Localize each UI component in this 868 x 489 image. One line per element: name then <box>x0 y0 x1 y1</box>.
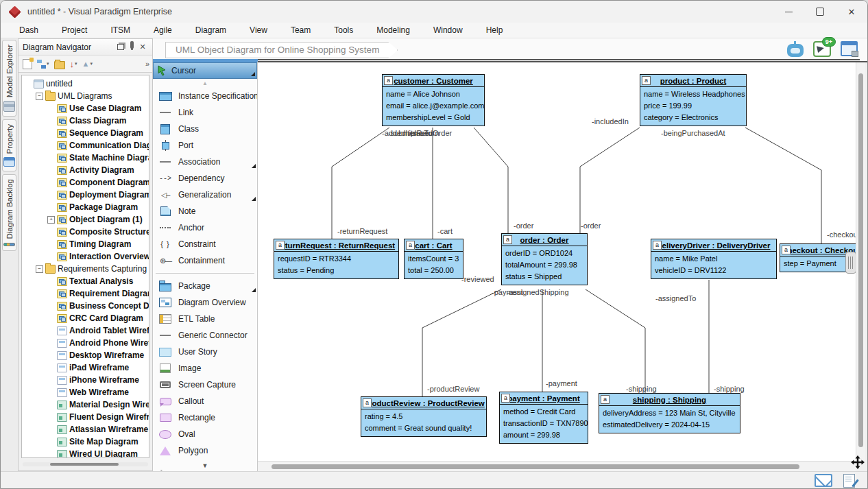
palette-item-etl-table[interactable]: ETL Table <box>153 311 257 327</box>
tree-item-atlassian-wireframe[interactable]: Atlassian Wireframe <box>22 423 149 436</box>
model-structure-button[interactable]: ▾ <box>36 58 51 71</box>
palette-item-screen-capture[interactable]: Screen Capture <box>153 377 257 393</box>
tree-item-composite-structure-diagram[interactable]: Composite Structure Diagram <box>22 226 149 238</box>
open-specification-button[interactable] <box>53 58 67 71</box>
palette-item-cursor[interactable]: Cursor <box>153 62 257 79</box>
palette-scroll-up-icon[interactable]: ▲ <box>153 79 257 88</box>
palette-scroll-down-icon[interactable]: ▼ <box>153 462 257 470</box>
tree-item-class-diagram[interactable]: Class Diagram <box>22 115 149 127</box>
tree-item-component-diagram[interactable]: Component Diagram <box>22 176 149 189</box>
menu-dash[interactable]: Dash <box>8 23 50 37</box>
tree-item-fluent-design-wireframe[interactable]: Fluent Design Wireframe <box>22 411 149 423</box>
expander-plus-icon[interactable]: + <box>47 216 55 224</box>
tree-item-android-phone-wireframe[interactable]: Android Phone Wireframe <box>22 337 149 349</box>
new-diagram-button[interactable] <box>21 58 34 71</box>
tree-item-communication-diagram[interactable]: Communication Diagram <box>22 139 149 152</box>
tree-item-business-concept-diagram[interactable]: Business Concept Diagram <box>22 300 149 312</box>
edit-note-icon[interactable] <box>843 474 855 488</box>
menu-modeling[interactable]: Modeling <box>365 23 422 37</box>
tree-item-interaction-overview-diagram[interactable]: Interaction Overview Diagram <box>22 250 149 263</box>
minimize-button[interactable] <box>773 1 804 23</box>
tree-item-use-case-diagram[interactable]: Use Case Diagram <box>22 102 149 115</box>
pan-tool-icon[interactable] <box>849 455 866 471</box>
tree-item-untitled[interactable]: untitled <box>22 77 149 90</box>
side-tab-diagram-backlog[interactable]: Diagram Backlog <box>2 174 16 251</box>
link-edge[interactable] <box>332 128 389 239</box>
tree-item-object-diagram-1[interactable]: +Object Diagram (1) <box>22 213 149 226</box>
close-panel-icon[interactable]: ✕ <box>137 42 148 53</box>
palette-item-link[interactable]: Link <box>153 104 257 121</box>
tree-item-uml-diagrams[interactable]: −UML Diagrams <box>22 90 149 102</box>
scrollbar-thumb[interactable] <box>858 73 863 447</box>
menu-team[interactable]: Team <box>279 23 322 37</box>
object-returnrequest-returnrequest[interactable]: areturnRequest : ReturnRequestrequestID … <box>274 239 399 279</box>
canvas-horizontal-scrollbar[interactable] <box>258 461 856 471</box>
scrollbar-thumb[interactable] <box>272 464 799 469</box>
menu-diagram[interactable]: Diagram <box>184 23 238 37</box>
tree-item-activity-diagram[interactable]: Activity Diagram <box>22 164 149 176</box>
palette-item-polygon[interactable]: Polygon <box>153 442 257 459</box>
mail-icon[interactable] <box>815 474 832 487</box>
link-edge[interactable] <box>422 289 501 396</box>
object-deliverydriver-deliverydriver[interactable]: adeliveryDriver : DeliveryDrivername = M… <box>651 239 777 279</box>
palette-item-callout[interactable]: Callout <box>153 393 257 409</box>
tree-item-web-wireframe[interactable]: Web Wireframe <box>22 386 149 398</box>
palette-item-rectangle[interactable]: Rectangle <box>153 409 257 426</box>
tree-item-package-diagram[interactable]: Package Diagram <box>22 201 149 213</box>
side-tab-property[interactable]: Property <box>2 119 16 171</box>
palette-item-user-story[interactable]: User Story <box>153 344 257 360</box>
palette-item-constraint[interactable]: Constraint <box>153 236 257 252</box>
tree-item-crc-card-diagram[interactable]: CRC Card Diagram <box>22 312 149 324</box>
tree-item-deployment-diagram[interactable]: Deployment Diagram <box>22 189 149 201</box>
palette-item-image[interactable]: Image <box>153 360 257 377</box>
pin-panel-icon[interactable] <box>126 42 137 53</box>
tree-item-wired-ui-diagram[interactable]: Wired UI Diagram <box>22 448 149 458</box>
float-panel-icon[interactable] <box>115 42 126 53</box>
object-product-product[interactable]: aproduct : Productname = Wireless Headph… <box>640 74 747 126</box>
ai-assistant-icon[interactable] <box>787 44 804 57</box>
tree-item-requirements-capturing[interactable]: −Requirements Capturing <box>22 263 149 275</box>
expander-minus-icon[interactable]: − <box>36 93 43 100</box>
canvas-vertical-scrollbar[interactable] <box>856 62 865 461</box>
link-edge[interactable] <box>586 289 645 393</box>
side-tab-model-explorer[interactable]: Model Explorer <box>2 40 16 117</box>
breadcrumb[interactable]: UML Object Diagram for Online Shopping S… <box>165 42 398 58</box>
palette-item-generic-connector[interactable]: Generic Connector <box>153 327 257 344</box>
diagram-canvas[interactable]: acustomer : Customername = Alice Johnson… <box>258 62 856 461</box>
palette-item-association[interactable]: Association <box>153 154 257 170</box>
tree-item-ipad-wireframe[interactable]: iPad Wireframe <box>22 361 149 374</box>
expander-minus-icon[interactable]: − <box>36 265 43 273</box>
link-edge[interactable] <box>745 128 821 243</box>
palette-item-generalization[interactable]: Generalization <box>153 187 257 203</box>
menu-tools[interactable]: Tools <box>322 23 365 37</box>
toolbar-overflow-icon[interactable]: » <box>145 60 149 68</box>
tree-item-sequence-diagram[interactable]: Sequence Diagram <box>22 127 149 139</box>
palette-item-oval[interactable]: Oval <box>153 426 257 442</box>
tree-item-timing-diagram[interactable]: Timing Diagram <box>22 238 149 250</box>
collapse-button[interactable]: ▲▾ <box>81 58 94 71</box>
object-customer-customer[interactable]: acustomer : Customername = Alice Johnson… <box>382 74 485 126</box>
menu-itsm[interactable]: ITSM <box>99 23 142 37</box>
object-order-order[interactable]: aorder : OrderorderID = ORD1024totalAmou… <box>501 233 588 285</box>
sort-button[interactable]: ↓▾ <box>69 58 79 71</box>
menu-view[interactable]: View <box>238 23 279 37</box>
palette-item-port[interactable]: Port <box>153 137 257 154</box>
palette-item-package[interactable]: Package <box>153 278 257 294</box>
palette-item-containment[interactable]: Containment <box>153 252 257 269</box>
close-button[interactable]: ✕ <box>836 1 867 23</box>
tree-item-requirement-diagram[interactable]: Requirement Diagram <box>22 287 149 300</box>
maximize-button[interactable] <box>804 1 836 23</box>
object-checkout-checkout[interactable]: acheckout : Checkoutstep = Payment <box>780 243 856 272</box>
tree-item-state-machine-diagram[interactable]: State Machine Diagram <box>22 152 149 164</box>
palette-item-class[interactable]: Class <box>153 121 257 137</box>
palette-item-note[interactable]: Note <box>153 203 257 219</box>
link-edge[interactable] <box>580 128 640 233</box>
whats-new-icon[interactable]: 9+ <box>813 41 831 57</box>
menu-project[interactable]: Project <box>50 23 99 37</box>
tree-item-site-map-diagram[interactable]: Site Map Diagram <box>22 436 149 448</box>
palette-item-instance-specification[interactable]: Instance Specification <box>153 88 257 104</box>
scrollbar-thumb[interactable] <box>50 463 119 466</box>
menu-window[interactable]: Window <box>422 23 474 37</box>
palette-item-dependency[interactable]: Dependency <box>153 170 257 187</box>
object-productreview-productreview[interactable]: aproductReview : ProductReviewrating = 4… <box>361 396 487 437</box>
